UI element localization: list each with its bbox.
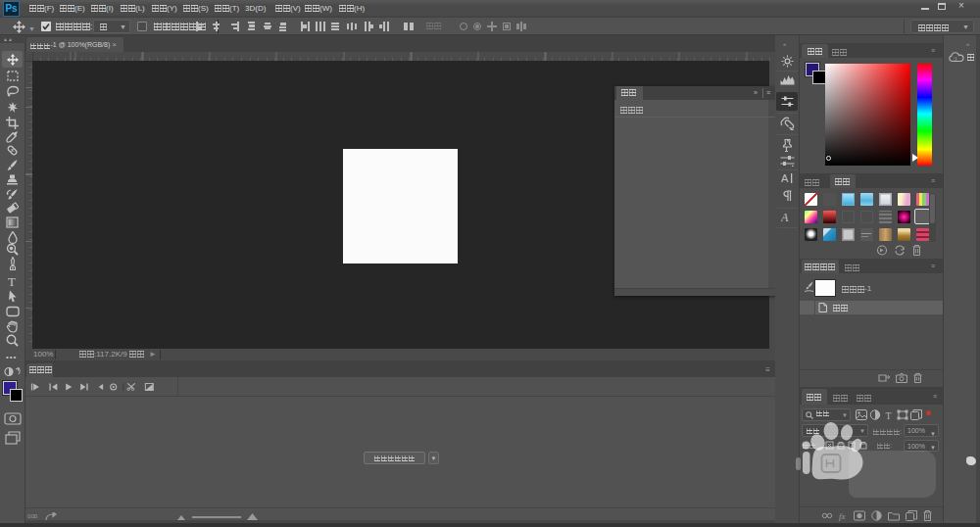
svg-text:fx: fx xyxy=(839,511,846,521)
svg-text:A: A xyxy=(781,211,789,223)
svg-text:T: T xyxy=(886,410,892,421)
svg-text:A: A xyxy=(781,172,789,184)
svg-text:T: T xyxy=(8,275,16,288)
svg-text::): :) xyxy=(954,56,957,62)
